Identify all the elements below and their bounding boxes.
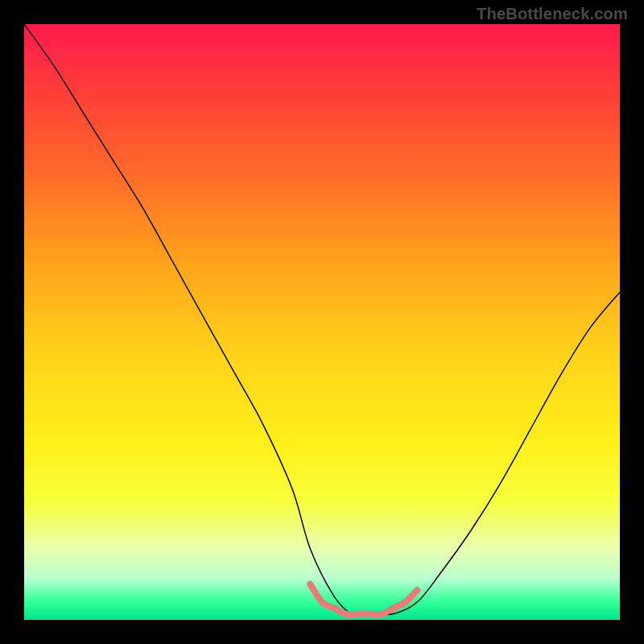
watermark-text: TheBottleneck.com [477,5,628,23]
bottleneck-curve-path [24,24,620,615]
curve-svg [24,24,620,620]
chart-frame: TheBottleneck.com [0,0,644,644]
plot-area [24,24,620,620]
optimum-band-path [310,584,417,615]
